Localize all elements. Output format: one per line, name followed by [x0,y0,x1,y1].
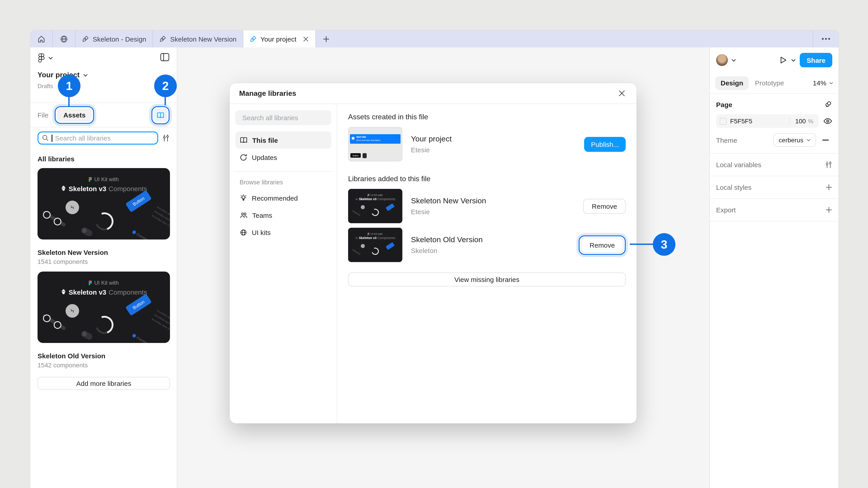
community-button[interactable] [53,30,75,47]
modal-search-field[interactable] [242,114,332,122]
libraries-button[interactable] [154,108,167,122]
tab-skeleton-new-version[interactable]: Skeleton New Version [153,30,243,47]
color-swatch[interactable] [720,118,726,125]
close-icon [303,36,309,42]
tab-design[interactable]: Design [715,76,749,90]
eye-visibility-icon[interactable] [823,118,832,124]
percent-sign: % [808,118,813,125]
nav-teams[interactable]: Teams [235,206,331,224]
annotation-line-3 [630,243,655,245]
opacity-field[interactable]: 100 % [790,118,819,125]
library-card-skeleton-new-version[interactable]: UI Kit with Skeleton v3Components ϟ Butt… [37,168,170,239]
home-icon [37,35,46,43]
decor-avatar: ϟ [64,199,81,216]
chevron-down-icon[interactable] [792,59,796,62]
chevron-down-icon[interactable] [732,59,736,62]
nav-updates[interactable]: Updates [235,149,331,166]
remove-button-skeleton-old-version[interactable]: Remove [581,237,623,252]
present-play-icon[interactable] [780,56,787,64]
annotation-badge-1: 1 [58,74,81,97]
figma-color-logo-icon [89,177,92,182]
assets-search-field[interactable] [55,134,154,142]
zoom-control[interactable]: 14% [813,79,833,87]
share-button[interactable]: Share [800,53,832,67]
pen-nib-icon [159,35,166,42]
globe-icon [240,228,247,236]
home-button[interactable] [30,30,53,47]
thumb-button-chip: Button [350,153,361,158]
nav-recommended[interactable]: Recommended [235,189,331,206]
annotation-badge-2: 2 [154,74,177,97]
remove-theme-button[interactable] [819,140,832,141]
decor-button-chip: Button [125,190,152,213]
library-card-skeleton-old-version[interactable]: UI Kit with Skeleton v3Components ϟ Butt… [37,271,170,343]
thumb-alert: Alert title Short and clear description [350,134,401,144]
chevron-down-icon [49,56,53,59]
tab-close-button[interactable] [303,36,309,42]
modal-search-input[interactable] [235,110,331,125]
page-color-field[interactable]: F5F5F5 100 % [716,114,819,128]
browser-tabbar: Skeleton - Design Skeleton New Version Y… [30,30,839,47]
nav-ui-kits[interactable]: UI kits [235,224,331,241]
decor-progress-ring [92,313,116,337]
pen-nib-icon [82,35,89,42]
page-heading: Page [716,101,733,108]
avatar[interactable] [716,54,728,66]
plus-icon[interactable] [826,184,832,191]
tab-file[interactable]: File [37,111,49,119]
skull-icon [61,186,66,192]
tab-assets[interactable]: Assets [57,108,92,122]
tab-prototype[interactable]: Prototype [755,79,784,87]
panel-left-icon [160,53,169,61]
minus-icon [822,140,829,141]
filter-sliders-icon[interactable] [162,134,169,142]
chevron-down-icon [807,139,811,141]
library-thumbnail: UI Kit with ☠ Skeleton v3 Components [348,228,402,262]
tabbar-overflow-button[interactable] [813,30,839,47]
view-missing-libraries-button[interactable]: View missing libraries [348,272,626,287]
modal-close-button[interactable] [617,88,627,98]
row-title: Your project [411,135,576,144]
add-more-libraries-button[interactable]: Add more libraries [37,377,170,390]
plus-icon[interactable] [826,206,832,213]
toggle-sidebar-button[interactable] [160,53,169,63]
variables-sliders-icon[interactable] [825,161,832,168]
nav-label: Teams [252,211,272,219]
theme-dropdown[interactable]: cerberus [773,133,816,147]
theme-label: Theme [716,136,737,144]
manage-libraries-modal: Manage libraries This file [230,83,637,423]
figma-window: Skeleton - Design Skeleton New Version Y… [30,30,839,488]
text-caret [52,134,52,142]
library-count: 1541 components [37,258,169,265]
globe-icon [60,35,68,43]
theme-value: cerberus [779,136,803,144]
asset-row-your-project: Alert title Short and clear description … [348,127,626,161]
color-hex-value[interactable]: F5F5F5 [730,118,752,125]
styles-icon[interactable] [824,100,832,109]
new-tab-button[interactable] [315,30,337,47]
annotation-badge-3: 3 [653,233,675,256]
remove-button-skeleton-new-version[interactable]: Remove [583,199,626,214]
right-panel: Share Design Prototype 14% Page [709,47,839,488]
export-heading: Export [716,206,736,214]
tab-your-project[interactable]: Your project [243,30,315,47]
nav-this-file[interactable]: This file [235,131,331,149]
tab-label: Skeleton - Design [93,35,146,43]
card-brand-line: Skeleton v3Components [37,288,170,296]
row-owner: Etesie [411,208,575,216]
all-libraries-heading: All libraries [37,155,169,163]
main-menu-button[interactable] [37,53,53,63]
row-title: Skeleton Old Version [411,235,570,245]
file-title-row[interactable]: Your project [37,71,169,79]
library-row-skeleton-old-version: UI Kit with ☠ Skeleton v3 Components Ske… [348,228,626,262]
nav-label: This file [252,136,278,144]
row-title: Skeleton New Version [411,197,575,205]
publish-button[interactable]: Publish... [584,137,626,152]
library-name: Skeleton New Version [37,249,169,256]
lightbulb-icon [240,194,247,202]
tab-skeleton-design[interactable]: Skeleton - Design [75,30,153,47]
library-row-skeleton-new-version: UI Kit with ☠ Skeleton v3 Components Ske… [348,189,626,223]
refresh-icon [240,153,247,161]
open-book-icon [240,136,248,144]
assets-search-input[interactable] [37,131,158,144]
